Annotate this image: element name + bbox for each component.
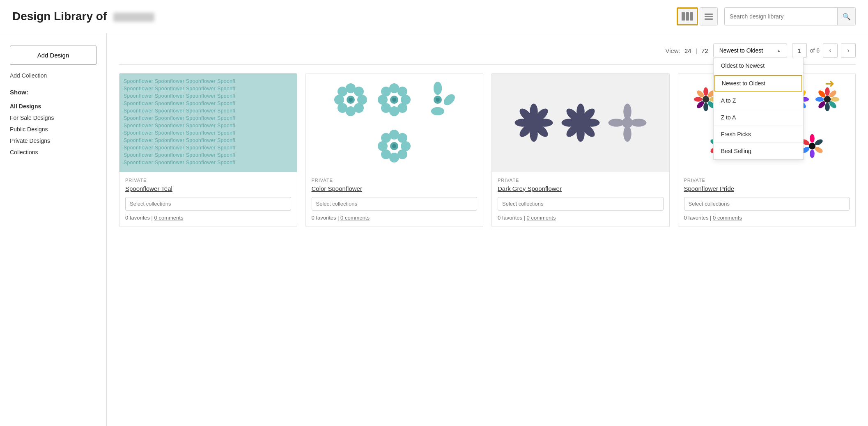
page-total: of 6: [810, 47, 820, 54]
comments-link[interactable]: 0 comments: [340, 215, 370, 221]
design-stats: 0 favorites | 0 comments: [498, 215, 664, 221]
design-name-link[interactable]: Spoonflower Teal: [125, 185, 291, 192]
sidebar: Add Design Add Collection Show: All Desi…: [0, 33, 107, 426]
design-name-link[interactable]: Dark Grey Spoonflower: [498, 185, 664, 192]
design-stats: 0 favorites | 0 comments: [684, 215, 850, 221]
privacy-label: PRIVATE: [498, 178, 664, 183]
svg-point-99: [825, 103, 830, 111]
svg-point-55: [575, 117, 586, 128]
sort-dropdown-wrapper: Newest to Oldest ▲ Oldest to Newest Newe…: [713, 44, 787, 57]
design-card-body: PRIVATE Spoonflower Teal 0 favorites | 0…: [119, 172, 297, 227]
header: Design Library of 🔍: [0, 0, 868, 33]
design-card-body: PRIVATE Dark Grey Spoonflower 0 favorite…: [492, 172, 669, 227]
svg-point-69: [703, 96, 709, 103]
favorites-count: 0 favorites: [125, 215, 150, 221]
sort-option-newest-to-oldest[interactable]: Newest to Oldest ➜: [714, 75, 802, 92]
design-image-teal: [119, 73, 297, 172]
search-button[interactable]: 🔍: [837, 7, 855, 25]
next-page-button[interactable]: ›: [841, 43, 856, 58]
view-label: View:: [665, 47, 680, 54]
flower-svg: [417, 79, 458, 120]
svg-point-101: [815, 97, 824, 102]
svg-point-67: [694, 97, 703, 102]
design-image-dark-grey: [492, 73, 669, 172]
design-stats: 0 favorites | 0 comments: [312, 215, 478, 221]
dark-grey-flower-svg: [605, 101, 650, 145]
show-label: Show:: [10, 89, 96, 96]
search-box: 🔍: [724, 7, 856, 25]
svg-point-65: [703, 103, 708, 111]
sidebar-item-private[interactable]: Private Designs: [10, 135, 96, 147]
sort-option-best-selling[interactable]: Best Selling: [714, 143, 803, 159]
highlight-arrow: ➜: [825, 77, 834, 90]
add-collection-link[interactable]: Add Collection: [10, 72, 96, 79]
sidebar-item-collections[interactable]: Collections: [10, 147, 96, 158]
grid-view-button[interactable]: [677, 7, 698, 25]
svg-point-25: [431, 107, 444, 115]
current-page: 1: [792, 43, 807, 58]
view-24[interactable]: 24: [684, 47, 691, 54]
add-design-button[interactable]: Add Design: [10, 46, 96, 65]
select-collections-input[interactable]: [312, 197, 478, 211]
svg-point-17: [381, 87, 391, 96]
svg-point-24: [442, 92, 457, 107]
dark-grey-flower-svg: [512, 101, 556, 145]
search-input[interactable]: [725, 13, 837, 20]
svg-point-9: [349, 98, 353, 102]
svg-point-46: [528, 117, 539, 128]
svg-point-23: [434, 82, 442, 95]
list-line-icon: [705, 16, 713, 17]
view-72[interactable]: 72: [701, 47, 708, 54]
sidebar-item-public[interactable]: Public Designs: [10, 124, 96, 135]
sort-option-a-to-z[interactable]: A to Z: [714, 92, 803, 109]
list-view-button[interactable]: [700, 7, 718, 25]
comments-link[interactable]: 0 comments: [713, 215, 742, 221]
sort-option-z-to-a[interactable]: Z to A: [714, 109, 803, 126]
svg-point-58: [623, 126, 631, 142]
comments-link[interactable]: 0 comments: [154, 215, 184, 221]
flower-svg: [374, 79, 415, 120]
sort-option-fresh-picks[interactable]: Fresh Picks: [714, 126, 803, 143]
select-collections-input[interactable]: [498, 197, 664, 211]
svg-point-103: [824, 96, 831, 103]
username-blurred: [113, 13, 154, 22]
comments-link[interactable]: 0 comments: [527, 215, 556, 221]
privacy-label: PRIVATE: [684, 178, 850, 183]
svg-point-60: [622, 117, 633, 128]
flower-svg: [330, 79, 371, 120]
svg-point-19: [392, 98, 396, 102]
toolbar: View: 24 | 72 Newest to Oldest ▲ Oldest …: [119, 43, 856, 65]
privacy-label: PRIVATE: [125, 178, 291, 183]
svg-point-132: [810, 149, 815, 158]
design-card: PRIVATE Spoonflower Teal 0 favorites | 0…: [119, 73, 297, 227]
select-collections-input[interactable]: [125, 197, 291, 211]
sort-menu: Oldest to Newest Newest to Oldest ➜ A to…: [713, 57, 804, 160]
favorites-count: 0 favorites: [312, 215, 336, 221]
sort-dropdown-button[interactable]: Newest to Oldest ▲: [713, 44, 787, 57]
svg-point-27: [436, 98, 440, 102]
list-line-icon: [705, 18, 713, 20]
design-card-body: PRIVATE Spoonflower Pride 0 favorites | …: [678, 172, 856, 227]
svg-point-37: [392, 144, 396, 148]
sort-current-label: Newest to Oldest: [719, 47, 763, 54]
sort-option-oldest-to-newest[interactable]: Oldest to Newest: [714, 57, 803, 74]
svg-point-59: [608, 119, 624, 126]
svg-point-57: [630, 119, 646, 126]
svg-point-135: [809, 143, 815, 149]
select-collections-input[interactable]: [684, 197, 850, 211]
favorites-count: 0 favorites: [684, 215, 709, 221]
design-card: PRIVATE Dark Grey Spoonflower 0 favorite…: [491, 73, 670, 227]
dark-grey-flower-svg: [558, 101, 603, 145]
sidebar-item-all-designs[interactable]: All Designs: [10, 101, 96, 112]
sidebar-item-for-sale[interactable]: For Sale Designs: [10, 112, 96, 124]
design-name-link[interactable]: Spoonflower Pride: [684, 185, 850, 192]
sidebar-nav: All Designs For Sale Designs Public Desi…: [10, 101, 96, 158]
flower-svg: [374, 126, 415, 167]
svg-point-56: [623, 104, 631, 120]
svg-point-61: [703, 87, 708, 96]
prev-page-button[interactable]: ‹: [823, 43, 838, 58]
design-card: PRIVATE Color Spoonflower 0 favorites | …: [305, 73, 484, 227]
page-title: Design Library of: [12, 10, 154, 23]
svg-point-97: [831, 97, 839, 102]
design-name-link[interactable]: Color Spoonflower: [312, 185, 478, 192]
